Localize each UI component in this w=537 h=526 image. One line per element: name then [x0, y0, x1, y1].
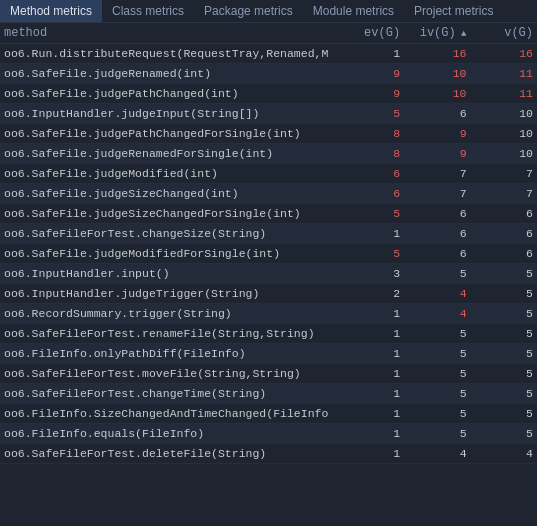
table-row[interactable]: oo6.FileInfo.equals(FileInfo)155 — [0, 424, 537, 444]
cell-ev: 1 — [338, 424, 404, 444]
table-row[interactable]: oo6.SafeFileForTest.changeTime(String)15… — [0, 384, 537, 404]
metrics-table: method ev(G) iv(G) v(G) oo6.Run.distribu… — [0, 23, 537, 464]
cell-v: 10 — [471, 104, 537, 124]
cell-iv: 7 — [404, 184, 470, 204]
cell-method: oo6.InputHandler.input() — [0, 264, 338, 284]
table-row[interactable]: oo6.FileInfo.onlyPathDiff(FileInfo)155 — [0, 344, 537, 364]
cell-iv: 5 — [404, 344, 470, 364]
cell-ev: 1 — [338, 404, 404, 424]
cell-method: oo6.FileInfo.equals(FileInfo) — [0, 424, 338, 444]
cell-method: oo6.SafeFileForTest.changeSize(String) — [0, 224, 338, 244]
table-row[interactable]: oo6.SafeFileForTest.renameFile(String,St… — [0, 324, 537, 344]
cell-iv: 9 — [404, 144, 470, 164]
cell-method: oo6.SafeFile.judgeSizeChangedForSingle(i… — [0, 204, 338, 224]
column-header-iv[interactable]: iv(G) — [404, 23, 470, 44]
cell-iv: 6 — [404, 104, 470, 124]
cell-ev: 1 — [338, 304, 404, 324]
tab-class[interactable]: Class metrics — [102, 0, 194, 22]
cell-ev: 2 — [338, 284, 404, 304]
cell-method: oo6.SafeFile.judgePathChanged(int) — [0, 84, 338, 104]
cell-iv: 16 — [404, 44, 470, 64]
cell-v: 5 — [471, 404, 537, 424]
cell-method: oo6.SafeFile.judgeRenamed(int) — [0, 64, 338, 84]
cell-ev: 9 — [338, 64, 404, 84]
cell-ev: 1 — [338, 364, 404, 384]
table-row[interactable]: oo6.SafeFile.judgePathChangedForSingle(i… — [0, 124, 537, 144]
cell-v: 7 — [471, 164, 537, 184]
cell-v: 6 — [471, 224, 537, 244]
cell-method: oo6.SafeFileForTest.deleteFile(String) — [0, 444, 338, 464]
column-header-v[interactable]: v(G) — [471, 23, 537, 44]
table-row[interactable]: oo6.SafeFileForTest.changeSize(String)16… — [0, 224, 537, 244]
cell-method: oo6.FileInfo.onlyPathDiff(FileInfo) — [0, 344, 338, 364]
cell-method: oo6.FileInfo.SizeChangedAndTimeChanged(F… — [0, 404, 338, 424]
table-row[interactable]: oo6.SafeFile.judgeRenamedForSingle(int)8… — [0, 144, 537, 164]
cell-ev: 6 — [338, 184, 404, 204]
cell-method: oo6.SafeFile.judgeSizeChanged(int) — [0, 184, 338, 204]
cell-v: 6 — [471, 204, 537, 224]
cell-iv: 5 — [404, 404, 470, 424]
cell-ev: 1 — [338, 224, 404, 244]
table-row[interactable]: oo6.SafeFile.judgeSizeChangedForSingle(i… — [0, 204, 537, 224]
table-row[interactable]: oo6.SafeFile.judgeModifiedForSingle(int)… — [0, 244, 537, 264]
table-row[interactable]: oo6.SafeFile.judgeRenamed(int)91011 — [0, 64, 537, 84]
cell-v: 6 — [471, 244, 537, 264]
cell-iv: 4 — [404, 284, 470, 304]
table-header-row: method ev(G) iv(G) v(G) — [0, 23, 537, 44]
tab-bar: Method metricsClass metricsPackage metri… — [0, 0, 537, 23]
cell-iv: 10 — [404, 64, 470, 84]
cell-iv: 5 — [404, 384, 470, 404]
cell-method: oo6.SafeFileForTest.changeTime(String) — [0, 384, 338, 404]
cell-iv: 9 — [404, 124, 470, 144]
cell-iv: 6 — [404, 224, 470, 244]
cell-iv: 5 — [404, 324, 470, 344]
cell-v: 10 — [471, 144, 537, 164]
table-row[interactable]: oo6.InputHandler.input()355 — [0, 264, 537, 284]
table-row[interactable]: oo6.RecordSummary.trigger(String)145 — [0, 304, 537, 324]
column-header-ev[interactable]: ev(G) — [338, 23, 404, 44]
cell-ev: 5 — [338, 204, 404, 224]
cell-ev: 8 — [338, 144, 404, 164]
cell-ev: 9 — [338, 84, 404, 104]
cell-method: oo6.SafeFileForTest.renameFile(String,St… — [0, 324, 338, 344]
cell-v: 5 — [471, 264, 537, 284]
table-row[interactable]: oo6.SafeFileForTest.deleteFile(String)14… — [0, 444, 537, 464]
cell-iv: 6 — [404, 244, 470, 264]
cell-ev: 8 — [338, 124, 404, 144]
cell-iv: 6 — [404, 204, 470, 224]
table-row[interactable]: oo6.InputHandler.judgeInput(String[])561… — [0, 104, 537, 124]
app: Method metricsClass metricsPackage metri… — [0, 0, 537, 526]
cell-v: 5 — [471, 364, 537, 384]
column-header-method[interactable]: method — [0, 23, 338, 44]
cell-method: oo6.InputHandler.judgeInput(String[]) — [0, 104, 338, 124]
cell-iv: 5 — [404, 264, 470, 284]
tab-method[interactable]: Method metrics — [0, 0, 102, 22]
table-row[interactable]: oo6.Run.distributeRequest(RequestTray,Re… — [0, 44, 537, 64]
cell-ev: 1 — [338, 444, 404, 464]
cell-method: oo6.SafeFile.judgeRenamedForSingle(int) — [0, 144, 338, 164]
cell-v: 16 — [471, 44, 537, 64]
cell-ev: 1 — [338, 324, 404, 344]
table-row[interactable]: oo6.SafeFile.judgeModified(int)677 — [0, 164, 537, 184]
metrics-table-container[interactable]: method ev(G) iv(G) v(G) oo6.Run.distribu… — [0, 23, 537, 526]
cell-method: oo6.SafeFile.judgeModifiedForSingle(int) — [0, 244, 338, 264]
cell-v: 5 — [471, 304, 537, 324]
cell-v: 4 — [471, 444, 537, 464]
tab-module[interactable]: Module metrics — [303, 0, 404, 22]
tab-package[interactable]: Package metrics — [194, 0, 303, 22]
tab-project[interactable]: Project metrics — [404, 0, 503, 22]
table-row[interactable]: oo6.SafeFile.judgeSizeChanged(int)677 — [0, 184, 537, 204]
cell-method: oo6.SafeFile.judgePathChangedForSingle(i… — [0, 124, 338, 144]
cell-v: 5 — [471, 384, 537, 404]
cell-v: 10 — [471, 124, 537, 144]
cell-iv: 4 — [404, 444, 470, 464]
cell-ev: 5 — [338, 244, 404, 264]
table-row[interactable]: oo6.SafeFile.judgePathChanged(int)91011 — [0, 84, 537, 104]
table-body: oo6.Run.distributeRequest(RequestTray,Re… — [0, 44, 537, 464]
table-row[interactable]: oo6.InputHandler.judgeTrigger(String)245 — [0, 284, 537, 304]
table-row[interactable]: oo6.SafeFileForTest.moveFile(String,Stri… — [0, 364, 537, 384]
cell-v: 5 — [471, 284, 537, 304]
cell-iv: 7 — [404, 164, 470, 184]
table-row[interactable]: oo6.FileInfo.SizeChangedAndTimeChanged(F… — [0, 404, 537, 424]
cell-v: 5 — [471, 424, 537, 444]
